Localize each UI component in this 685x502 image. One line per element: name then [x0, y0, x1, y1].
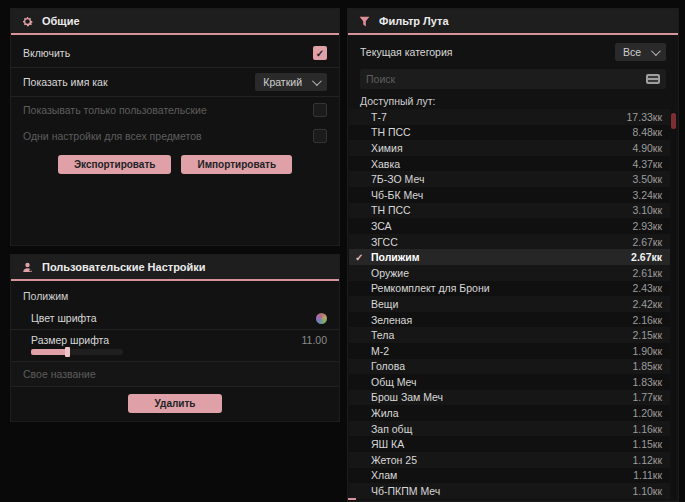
item-name: М-2	[371, 345, 389, 357]
show-name-dropdown[interactable]: Краткий	[255, 73, 327, 91]
item-value: 17.33кк	[627, 111, 662, 123]
custom-name-input[interactable]: Свое название	[11, 362, 339, 387]
list-item[interactable]: Зеленая2.16кк	[349, 312, 670, 328]
item-name: ТН ПСС	[371, 204, 411, 216]
item-name: Хавка	[371, 158, 400, 170]
list-item[interactable]: ТН ПСС3.10кк	[349, 203, 670, 219]
item-value: 2.43кк	[632, 282, 662, 294]
item-name: Тела	[371, 329, 394, 341]
slider-handle[interactable]	[65, 347, 70, 357]
palette-icon[interactable]	[316, 313, 327, 324]
item-value: 2.67кк	[631, 251, 662, 263]
panel-user-settings-title: Пользовательские Настройки	[42, 261, 206, 273]
item-name: Ремкомплект для Брони	[371, 282, 490, 294]
scrollbar-thumb[interactable]	[671, 113, 676, 129]
item-value: 1.11кк	[633, 469, 662, 481]
item-name: ЯШ КА	[371, 438, 404, 450]
export-button[interactable]: Экспортировать	[58, 155, 172, 174]
item-name: ЗГСС	[371, 236, 398, 248]
selected-item-name: Полижим	[23, 290, 68, 302]
list-item[interactable]: Чб-ПКПМ Меч1.10кк	[349, 483, 670, 499]
font-size-value: 11.00	[302, 334, 328, 346]
show-name-value: Краткий	[263, 76, 302, 88]
item-value: 3.50кк	[632, 173, 662, 185]
item-value: 1.90кк	[632, 345, 662, 357]
same-settings-checkbox[interactable]	[313, 129, 327, 143]
list-item[interactable]: Вещи2.42кк	[349, 296, 670, 312]
panel-loot-filter-header[interactable]: Фильтр Лута	[348, 9, 678, 33]
resize-grip[interactable]	[348, 498, 356, 500]
funnel-icon	[358, 15, 371, 28]
search-placeholder: Поиск	[366, 73, 395, 85]
item-name: Оружие	[371, 267, 409, 279]
list-item[interactable]: Химия4.90кк	[349, 140, 670, 156]
list-item[interactable]: Оружие2.61кк	[349, 265, 670, 281]
only-custom-checkbox[interactable]	[313, 103, 327, 117]
delete-button[interactable]: Удалить	[128, 394, 221, 413]
panel-user-settings-header[interactable]: Пользовательские Настройки	[11, 255, 339, 279]
search-input[interactable]: Поиск	[360, 69, 666, 89]
list-item[interactable]: ЗСА2.93кк	[349, 218, 670, 234]
list-item[interactable]: Общ Меч1.83кк	[349, 374, 670, 390]
item-value: 3.10кк	[632, 204, 662, 216]
accent-underline	[11, 33, 339, 35]
item-name: Голова	[371, 360, 405, 372]
list-item[interactable]: Зап общ1.16кк	[349, 421, 670, 437]
item-value: 2.61кк	[632, 267, 662, 279]
item-value: 2.42кк	[632, 298, 662, 310]
font-size-label: Размер шрифта	[31, 334, 109, 346]
item-value: 2.93кк	[632, 220, 662, 232]
list-item[interactable]: Хавка4.37кк	[349, 156, 670, 172]
category-label: Текущая категория	[360, 46, 453, 58]
panel-general: Общие Включить ✓ Показать имя как Кратки…	[10, 8, 340, 246]
item-name: ТН ПСС	[371, 126, 411, 138]
list-item[interactable]: Голова1.85кк	[349, 359, 670, 375]
accent-underline	[348, 33, 678, 35]
list-item[interactable]: Жетон 251.12кк	[349, 452, 670, 468]
check-icon: ✓	[355, 252, 363, 263]
list-item[interactable]: 7Б-ЗО Меч3.50кк	[349, 171, 670, 187]
list-item[interactable]: Жила1.20кк	[349, 405, 670, 421]
font-size-slider[interactable]	[31, 349, 123, 355]
item-value: 1.85кк	[632, 360, 662, 372]
item-value: 1.10кк	[632, 485, 662, 497]
user-gear-icon	[21, 261, 34, 274]
list-item[interactable]: М-21.90кк	[349, 343, 670, 359]
list-item[interactable]: Брош Зам Меч1.77кк	[349, 390, 670, 406]
list-item[interactable]: ЯШ КА1.15кк	[349, 436, 670, 452]
item-value: 2.15кк	[632, 329, 662, 341]
panel-general-header[interactable]: Общие	[11, 9, 339, 33]
item-value: 4.37кк	[632, 158, 662, 170]
item-name: Вещи	[371, 298, 398, 310]
list-item[interactable]: Ремкомплект для Брони2.43кк	[349, 281, 670, 297]
keyboard-icon[interactable]	[646, 74, 660, 84]
item-name: ЗСА	[371, 220, 392, 232]
list-item[interactable]: Чб-БК Меч3.24кк	[349, 187, 670, 203]
accent-underline	[11, 279, 339, 281]
list-item[interactable]: ЗГСС2.67кк	[349, 234, 670, 250]
category-dropdown[interactable]: Все	[615, 43, 666, 61]
item-name: Полижим	[371, 251, 420, 263]
item-value: 1.77кк	[632, 391, 662, 403]
panel-loot-filter: Фильтр Лута Текущая категория Все Поиск …	[347, 8, 679, 502]
item-name: 7Б-ЗО Меч	[371, 173, 424, 185]
gear-icon	[21, 15, 34, 28]
import-button[interactable]: Импортировать	[181, 155, 292, 174]
item-value: 1.15кк	[632, 438, 662, 450]
item-value: 1.16кк	[632, 423, 662, 435]
list-item[interactable]: ✓Полижим2.67кк	[349, 249, 670, 265]
list-item[interactable]: Т-717.33кк	[349, 109, 670, 125]
enable-checkbox[interactable]: ✓	[313, 46, 327, 60]
item-value: 1.20кк	[632, 407, 662, 419]
list-item[interactable]: Тела2.15кк	[349, 327, 670, 343]
item-name: Чб-БК Меч	[371, 189, 423, 201]
list-item[interactable]: Хлам1.11кк	[349, 468, 670, 484]
item-value: 1.12кк	[632, 454, 662, 466]
item-name: Брош Зам Меч	[371, 391, 443, 403]
scrollbar[interactable]	[671, 111, 676, 499]
item-value: 2.67кк	[632, 236, 662, 248]
item-value: 4.90кк	[632, 142, 662, 154]
list-item[interactable]: ТН ПСС8.48кк	[349, 125, 670, 141]
item-name: Общ Меч	[371, 376, 417, 388]
slider-fill	[31, 349, 69, 355]
